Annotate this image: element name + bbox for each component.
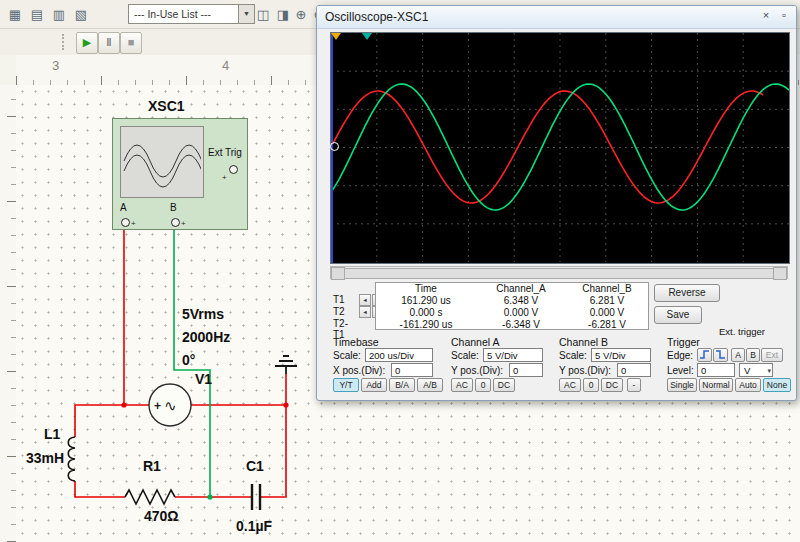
database-manager-icon[interactable]: ▥ [48, 4, 70, 26]
timebase-xpos-field[interactable]: 0 [391, 363, 433, 377]
t1-left-button[interactable]: ◄ [359, 294, 371, 306]
channel-a-label: A [120, 202, 127, 213]
timebase-ba-button[interactable]: B/A [389, 378, 415, 392]
scroll-right-icon[interactable] [773, 267, 787, 280]
scope-horizontal-scrollbar[interactable] [330, 266, 788, 279]
t1-label: T1 [333, 294, 359, 305]
scroll-left-icon[interactable] [331, 267, 345, 280]
scope-plot [331, 33, 789, 262]
trigger-level-unit: V [744, 365, 750, 376]
channel-b-title: Channel B [559, 336, 608, 348]
channel-a-dc-button[interactable]: DC [493, 378, 515, 392]
trigger-level-label: Level: [667, 365, 694, 376]
c1-ref-label: C1 [246, 458, 264, 474]
t2-cursor-marker[interactable] [331, 33, 341, 40]
ruler-corner [0, 55, 17, 86]
oscilloscope-component[interactable]: Ext Trig + A B + + [112, 118, 248, 230]
close-icon[interactable]: × [758, 9, 774, 21]
channel-a-scale-field[interactable]: 5 V/Div [483, 348, 543, 362]
v1-value-line3: 0° [182, 352, 195, 368]
component-wizard-icon[interactable]: ▧ [70, 4, 92, 26]
run-simulation-button[interactable]: ▶ [76, 32, 98, 54]
timebase-yt-button[interactable]: Y/T [333, 378, 359, 392]
channel-b-label: B [170, 202, 177, 213]
trigger-single-button[interactable]: Single [667, 378, 697, 392]
trace-origin-marker [330, 142, 339, 151]
measurement-table: Time Channel_A Channel_B 161.290 us 6.34… [375, 282, 649, 330]
trigger-auto-button[interactable]: Auto [735, 378, 761, 392]
timebase-xpos-label: X pos.(Div): [333, 365, 385, 376]
trigger-source-ext-button[interactable]: Ext [761, 348, 783, 362]
spreadsheet-view-icon[interactable]: ▤ [26, 4, 48, 26]
window-title: Oscilloscope-XSC1 [325, 10, 428, 24]
trigger-level-unit-dropdown[interactable]: V▾ [739, 363, 773, 377]
t2-t1-channel-a: -6.348 V [476, 319, 566, 331]
channel-b-dc-button[interactable]: DC [601, 378, 623, 392]
col-header-time: Time [376, 283, 476, 295]
trigger-edge-label: Edge: [667, 350, 693, 361]
chevron-down-icon: ▾ [767, 364, 771, 377]
pause-simulation-button[interactable]: Ⅱ [98, 32, 120, 54]
trigger-source-a-button[interactable]: A [731, 348, 745, 362]
timebase-add-button[interactable]: Add [361, 378, 387, 392]
channel-a-plus: + [131, 219, 136, 228]
timebase-title: Timebase [333, 336, 379, 348]
stop-simulation-button[interactable]: ■ [120, 32, 142, 54]
oscilloscope-titlebar[interactable]: Oscilloscope-XSC1 × ▫ [317, 6, 796, 29]
ext-trigger-label: Ext. trigger [719, 326, 765, 337]
in-use-list-value: --- In-Use List --- [134, 8, 211, 20]
scope-screen [330, 32, 790, 264]
channel-a-ypos-label: Y pos.(Div): [451, 365, 503, 376]
channel-a-zero-button[interactable]: 0 [475, 378, 491, 392]
toolbar-drag-handle[interactable] [62, 34, 68, 50]
trigger-normal-button[interactable]: Normal [699, 378, 733, 392]
ruler-label-3: 3 [52, 58, 59, 73]
t2-left-button[interactable]: ◄ [359, 306, 371, 318]
timebase-ab-button[interactable]: A/B [417, 378, 443, 392]
channel-b-plus: + [181, 219, 186, 228]
timebase-scale-field[interactable]: 200 us/Div [365, 348, 433, 362]
channel-b-ac-button[interactable]: AC [559, 378, 581, 392]
channel-a-terminal[interactable] [121, 218, 130, 227]
t2-time: 0.000 s [376, 307, 476, 319]
channel-b-ypos-field[interactable]: 0 [617, 363, 651, 377]
r1-ref-label: R1 [143, 458, 161, 474]
l1-ref-label: L1 [44, 426, 60, 442]
t2-channel-a: 0.000 V [476, 307, 566, 319]
trigger-level-field[interactable]: 0 [697, 363, 735, 377]
reverse-button[interactable]: Reverse [654, 284, 720, 302]
scope-component-display [120, 126, 204, 198]
ext-trig-terminal[interactable] [229, 165, 238, 174]
trigger-falling-edge-icon[interactable] [713, 348, 728, 362]
new-schematic-icon[interactable]: ▦ [4, 4, 26, 26]
v1-value-line2: 2000Hz [182, 329, 230, 345]
channel-b-zero-button[interactable]: 0 [583, 378, 599, 392]
channel-a-ac-button[interactable]: AC [451, 378, 473, 392]
t2-t1-time: -161.290 us [376, 319, 476, 331]
t1-cursor-marker[interactable] [362, 33, 372, 40]
channel-b-ypos-label: Y pos.(Div): [559, 365, 611, 376]
channel-b-scale-label: Scale: [559, 350, 587, 361]
col-header-channel-b: Channel_B [566, 283, 648, 295]
channel-b-scale-field[interactable]: 5 V/Div [591, 348, 651, 362]
t2-t1-channel-b: -6.281 V [566, 319, 648, 331]
channel-b-invert-button[interactable]: - [627, 378, 641, 392]
scope-display-graphic [121, 127, 201, 195]
r1-value-label: 470Ω [144, 508, 179, 524]
save-button[interactable]: Save [654, 306, 702, 324]
grapher-icon[interactable]: ◫ [252, 4, 274, 26]
trigger-rising-edge-icon[interactable] [697, 348, 712, 362]
v1-ref-label: V1 [195, 371, 212, 387]
trigger-source-b-button[interactable]: B [746, 348, 760, 362]
cursor-diff-row: T2-T1 [333, 318, 359, 330]
scrollbar-thumb[interactable] [344, 268, 774, 279]
channel-a-ypos-field[interactable]: 0 [509, 363, 543, 377]
trigger-none-button[interactable]: None [763, 378, 791, 392]
t1-channel-b: 6.281 V [566, 295, 648, 307]
in-use-list-dropdown[interactable]: --- In-Use List --- ▼ [128, 4, 255, 24]
channel-b-terminal[interactable] [171, 218, 180, 227]
t1-time: 161.290 us [376, 295, 476, 307]
ext-trig-label: Ext Trig [208, 147, 242, 158]
l1-value-label: 33mH [26, 450, 64, 466]
t1-channel-a: 6.348 V [476, 295, 566, 307]
